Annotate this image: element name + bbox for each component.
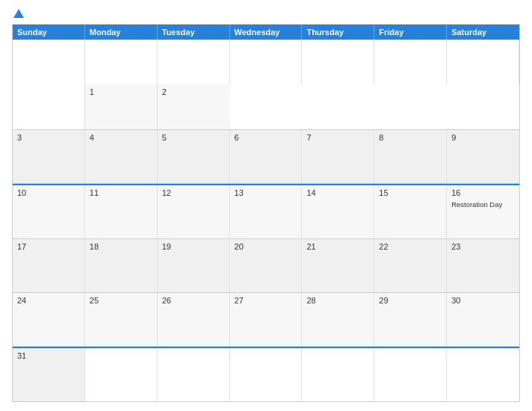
day-number: 4 [90,133,152,142]
page-header [12,9,520,18]
day-number: 5 [162,133,225,142]
day-number: 19 [162,242,225,251]
cal-cell-r4-c1: 25 [85,293,158,346]
cal-cell-r3-c2: 19 [158,239,230,292]
day-number: 7 [306,133,369,142]
logo-triangle-icon [13,9,24,18]
day-number: 12 [162,188,225,197]
calendar-row-3: 17181920212223 [13,239,519,293]
cal-cell-r2-c3: 13 [230,185,303,238]
calendar-grid: SundayMondayTuesdayWednesdayThursdayFrid… [12,24,520,402]
cal-cell-r3-c6: 23 [447,239,519,292]
calendar-body: 12345678910111213141516Restoration Day17… [13,40,519,401]
cal-cell-r5-c1 [85,348,158,401]
day-number: 1 [90,87,152,96]
day-number: 15 [379,188,442,197]
cal-cell-r0-c3 [230,40,303,84]
day-number: 20 [235,242,297,251]
calendar-header-row: SundayMondayTuesdayWednesdayThursdayFrid… [13,25,519,40]
calendar-page: SundayMondayTuesdayWednesdayThursdayFrid… [0,0,532,411]
cal-cell-r3-c0: 17 [13,239,85,292]
cal-cell-r1-c4: 7 [302,130,374,183]
cal-cell-r2-c4: 14 [302,185,374,238]
day-number: 8 [379,133,442,142]
cal-cell-r5-c5 [374,348,447,401]
cal-cell-r3-c3: 20 [230,239,303,292]
calendar-row-0: 12 [13,40,519,130]
calendar-row-2: 10111213141516Restoration Day [13,184,519,239]
calendar-row-4: 24252627282930 [13,293,519,347]
cal-cell-r2-c2: 12 [158,185,230,238]
cal-cell-r4-c0: 24 [13,293,85,346]
weekday-header-sunday: Sunday [13,25,85,40]
cal-cell-r4-c5: 29 [374,293,447,346]
calendar-row-5: 31 [13,347,519,401]
weekday-header-saturday: Saturday [447,25,519,40]
day-number: 9 [451,133,515,142]
weekday-header-tuesday: Tuesday [158,25,230,40]
day-number: 11 [90,188,152,197]
day-number: 17 [17,242,80,251]
cal-cell-r3-c5: 22 [374,239,447,292]
day-number: 18 [90,242,152,251]
cal-cell-r0-c0 [13,40,85,84]
cal-cell-r2-c6: 16Restoration Day [447,185,519,238]
day-number: 23 [451,242,515,251]
cal-cell-r4-c2: 26 [158,293,230,346]
cal-cell-r1-c0: 3 [13,130,85,183]
cal-cell-r3-c4: 21 [302,239,374,292]
cal-cell-r5-c6 [447,348,519,401]
day-number: 22 [379,242,442,251]
cal-cell-r0-c6 [447,40,519,84]
weekday-header-monday: Monday [85,25,158,40]
weekday-header-thursday: Thursday [302,25,374,40]
cal-cell-r1-c3: 6 [230,130,303,183]
cal-cell-r5-c0: 31 [13,348,85,401]
cal-cell-r0-c4 [302,40,374,84]
weekday-header-friday: Friday [374,25,447,40]
cal-cell-r2-c1: 11 [85,185,158,238]
day-number: 10 [17,188,80,197]
day-number: 2 [162,87,226,96]
cal-cell-r0-c2 [158,40,230,84]
cal-cell-r0-c7 [13,84,85,129]
weekday-header-wednesday: Wednesday [230,25,303,40]
event-label: Restoration Day [451,200,515,208]
cal-cell-r5-c4 [302,348,374,401]
calendar-row-1: 3456789 [13,130,519,184]
cal-cell-r1-c6: 9 [447,130,519,183]
cal-cell-r0-c9: 2 [158,84,230,129]
day-number: 25 [90,296,152,305]
day-number: 14 [306,188,369,197]
cal-cell-r2-c0: 10 [13,185,85,238]
logo [12,9,24,18]
day-number: 3 [17,133,80,142]
cal-cell-r3-c1: 18 [85,239,158,292]
cal-cell-r4-c6: 30 [447,293,519,346]
day-number: 28 [306,296,369,305]
day-number: 27 [235,296,297,305]
day-number: 29 [379,296,442,305]
cal-cell-r0-c1 [85,40,158,84]
day-number: 31 [17,351,80,360]
cal-cell-r0-c8: 1 [85,84,158,129]
cal-cell-r4-c3: 27 [230,293,303,346]
day-number: 30 [451,296,515,305]
cal-cell-r2-c5: 15 [374,185,447,238]
cal-cell-r4-c4: 28 [302,293,374,346]
day-number: 21 [306,242,369,251]
cal-cell-r0-c5 [374,40,447,84]
day-number: 26 [162,296,225,305]
cal-cell-r5-c2 [158,348,230,401]
cal-cell-r5-c3 [230,348,303,401]
cal-cell-r1-c2: 5 [158,130,230,183]
cal-cell-r1-c1: 4 [85,130,158,183]
day-number: 24 [17,296,80,305]
day-number: 16 [451,188,515,197]
day-number: 13 [235,188,297,197]
day-number: 6 [235,133,297,142]
cal-cell-r1-c5: 8 [374,130,447,183]
